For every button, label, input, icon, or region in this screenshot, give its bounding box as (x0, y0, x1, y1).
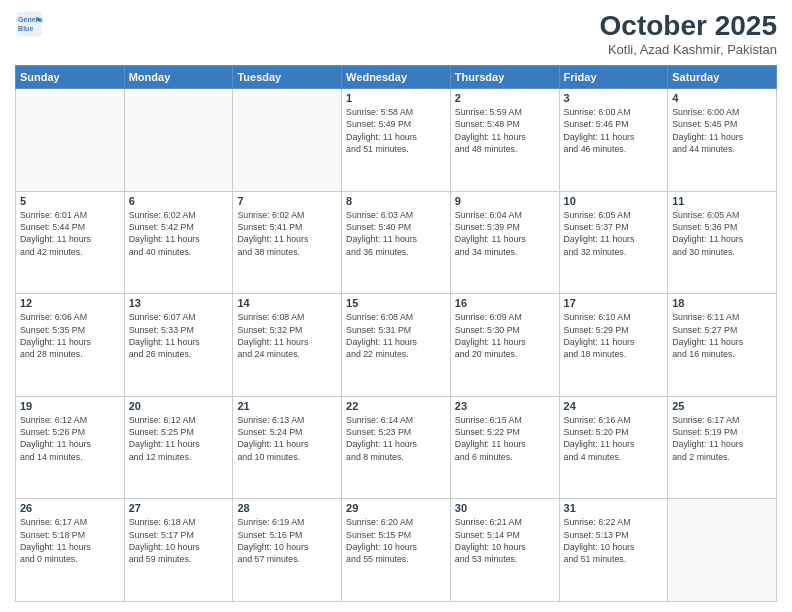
svg-text:Blue: Blue (18, 25, 33, 32)
calendar-table: Sunday Monday Tuesday Wednesday Thursday… (15, 65, 777, 602)
col-sunday: Sunday (16, 66, 125, 89)
day-info: Sunrise: 6:05 AM Sunset: 5:37 PM Dayligh… (564, 209, 664, 258)
table-row: 14Sunrise: 6:08 AM Sunset: 5:32 PM Dayli… (233, 294, 342, 397)
table-row (668, 499, 777, 602)
day-info: Sunrise: 6:21 AM Sunset: 5:14 PM Dayligh… (455, 516, 555, 565)
calendar-title: October 2025 (600, 10, 777, 42)
table-row: 2Sunrise: 5:59 AM Sunset: 5:48 PM Daylig… (450, 89, 559, 192)
table-row: 27Sunrise: 6:18 AM Sunset: 5:17 PM Dayli… (124, 499, 233, 602)
page: General Blue General Blue October 2025 K… (0, 0, 792, 612)
col-saturday: Saturday (668, 66, 777, 89)
day-info: Sunrise: 6:08 AM Sunset: 5:32 PM Dayligh… (237, 311, 337, 360)
table-row: 31Sunrise: 6:22 AM Sunset: 5:13 PM Dayli… (559, 499, 668, 602)
day-info: Sunrise: 6:00 AM Sunset: 5:45 PM Dayligh… (672, 106, 772, 155)
table-row: 6Sunrise: 6:02 AM Sunset: 5:42 PM Daylig… (124, 191, 233, 294)
day-info: Sunrise: 6:19 AM Sunset: 5:16 PM Dayligh… (237, 516, 337, 565)
logo-icon: General Blue (15, 10, 43, 38)
day-number: 19 (20, 400, 120, 412)
day-number: 3 (564, 92, 664, 104)
col-thursday: Thursday (450, 66, 559, 89)
day-info: Sunrise: 6:17 AM Sunset: 5:18 PM Dayligh… (20, 516, 120, 565)
day-info: Sunrise: 6:10 AM Sunset: 5:29 PM Dayligh… (564, 311, 664, 360)
day-info: Sunrise: 5:58 AM Sunset: 5:49 PM Dayligh… (346, 106, 446, 155)
day-info: Sunrise: 6:08 AM Sunset: 5:31 PM Dayligh… (346, 311, 446, 360)
day-number: 2 (455, 92, 555, 104)
table-row: 20Sunrise: 6:12 AM Sunset: 5:25 PM Dayli… (124, 396, 233, 499)
table-row: 12Sunrise: 6:06 AM Sunset: 5:35 PM Dayli… (16, 294, 125, 397)
table-row: 25Sunrise: 6:17 AM Sunset: 5:19 PM Dayli… (668, 396, 777, 499)
day-info: Sunrise: 6:15 AM Sunset: 5:22 PM Dayligh… (455, 414, 555, 463)
week-row-1: 1Sunrise: 5:58 AM Sunset: 5:49 PM Daylig… (16, 89, 777, 192)
table-row: 13Sunrise: 6:07 AM Sunset: 5:33 PM Dayli… (124, 294, 233, 397)
day-number: 1 (346, 92, 446, 104)
day-info: Sunrise: 6:14 AM Sunset: 5:23 PM Dayligh… (346, 414, 446, 463)
table-row: 18Sunrise: 6:11 AM Sunset: 5:27 PM Dayli… (668, 294, 777, 397)
day-info: Sunrise: 6:01 AM Sunset: 5:44 PM Dayligh… (20, 209, 120, 258)
table-row (124, 89, 233, 192)
table-row: 17Sunrise: 6:10 AM Sunset: 5:29 PM Dayli… (559, 294, 668, 397)
day-number: 24 (564, 400, 664, 412)
col-friday: Friday (559, 66, 668, 89)
day-number: 13 (129, 297, 229, 309)
day-number: 17 (564, 297, 664, 309)
table-row: 8Sunrise: 6:03 AM Sunset: 5:40 PM Daylig… (342, 191, 451, 294)
logo: General Blue General Blue (15, 10, 43, 38)
week-row-3: 12Sunrise: 6:06 AM Sunset: 5:35 PM Dayli… (16, 294, 777, 397)
header: General Blue General Blue October 2025 K… (15, 10, 777, 57)
day-number: 23 (455, 400, 555, 412)
table-row: 9Sunrise: 6:04 AM Sunset: 5:39 PM Daylig… (450, 191, 559, 294)
day-info: Sunrise: 6:17 AM Sunset: 5:19 PM Dayligh… (672, 414, 772, 463)
day-info: Sunrise: 6:04 AM Sunset: 5:39 PM Dayligh… (455, 209, 555, 258)
day-info: Sunrise: 6:02 AM Sunset: 5:41 PM Dayligh… (237, 209, 337, 258)
day-info: Sunrise: 6:09 AM Sunset: 5:30 PM Dayligh… (455, 311, 555, 360)
day-number: 31 (564, 502, 664, 514)
table-row: 26Sunrise: 6:17 AM Sunset: 5:18 PM Dayli… (16, 499, 125, 602)
day-number: 4 (672, 92, 772, 104)
day-info: Sunrise: 6:00 AM Sunset: 5:46 PM Dayligh… (564, 106, 664, 155)
table-row: 1Sunrise: 5:58 AM Sunset: 5:49 PM Daylig… (342, 89, 451, 192)
table-row: 29Sunrise: 6:20 AM Sunset: 5:15 PM Dayli… (342, 499, 451, 602)
table-row (233, 89, 342, 192)
day-number: 6 (129, 195, 229, 207)
col-monday: Monday (124, 66, 233, 89)
week-row-4: 19Sunrise: 6:12 AM Sunset: 5:26 PM Dayli… (16, 396, 777, 499)
table-row: 7Sunrise: 6:02 AM Sunset: 5:41 PM Daylig… (233, 191, 342, 294)
day-number: 16 (455, 297, 555, 309)
table-row: 21Sunrise: 6:13 AM Sunset: 5:24 PM Dayli… (233, 396, 342, 499)
day-number: 7 (237, 195, 337, 207)
day-number: 15 (346, 297, 446, 309)
table-row: 19Sunrise: 6:12 AM Sunset: 5:26 PM Dayli… (16, 396, 125, 499)
col-tuesday: Tuesday (233, 66, 342, 89)
day-number: 14 (237, 297, 337, 309)
day-number: 27 (129, 502, 229, 514)
day-number: 30 (455, 502, 555, 514)
table-row: 22Sunrise: 6:14 AM Sunset: 5:23 PM Dayli… (342, 396, 451, 499)
day-info: Sunrise: 6:12 AM Sunset: 5:25 PM Dayligh… (129, 414, 229, 463)
day-info: Sunrise: 6:13 AM Sunset: 5:24 PM Dayligh… (237, 414, 337, 463)
day-info: Sunrise: 6:18 AM Sunset: 5:17 PM Dayligh… (129, 516, 229, 565)
table-row: 16Sunrise: 6:09 AM Sunset: 5:30 PM Dayli… (450, 294, 559, 397)
table-row: 28Sunrise: 6:19 AM Sunset: 5:16 PM Dayli… (233, 499, 342, 602)
table-row: 4Sunrise: 6:00 AM Sunset: 5:45 PM Daylig… (668, 89, 777, 192)
day-number: 26 (20, 502, 120, 514)
week-row-5: 26Sunrise: 6:17 AM Sunset: 5:18 PM Dayli… (16, 499, 777, 602)
day-number: 10 (564, 195, 664, 207)
day-info: Sunrise: 6:12 AM Sunset: 5:26 PM Dayligh… (20, 414, 120, 463)
day-number: 25 (672, 400, 772, 412)
day-info: Sunrise: 6:02 AM Sunset: 5:42 PM Dayligh… (129, 209, 229, 258)
day-info: Sunrise: 5:59 AM Sunset: 5:48 PM Dayligh… (455, 106, 555, 155)
col-wednesday: Wednesday (342, 66, 451, 89)
table-row: 23Sunrise: 6:15 AM Sunset: 5:22 PM Dayli… (450, 396, 559, 499)
day-number: 22 (346, 400, 446, 412)
table-row (16, 89, 125, 192)
day-info: Sunrise: 6:05 AM Sunset: 5:36 PM Dayligh… (672, 209, 772, 258)
day-info: Sunrise: 6:11 AM Sunset: 5:27 PM Dayligh… (672, 311, 772, 360)
day-number: 20 (129, 400, 229, 412)
day-info: Sunrise: 6:22 AM Sunset: 5:13 PM Dayligh… (564, 516, 664, 565)
day-number: 11 (672, 195, 772, 207)
table-row: 30Sunrise: 6:21 AM Sunset: 5:14 PM Dayli… (450, 499, 559, 602)
day-number: 12 (20, 297, 120, 309)
day-info: Sunrise: 6:07 AM Sunset: 5:33 PM Dayligh… (129, 311, 229, 360)
day-number: 28 (237, 502, 337, 514)
day-info: Sunrise: 6:03 AM Sunset: 5:40 PM Dayligh… (346, 209, 446, 258)
